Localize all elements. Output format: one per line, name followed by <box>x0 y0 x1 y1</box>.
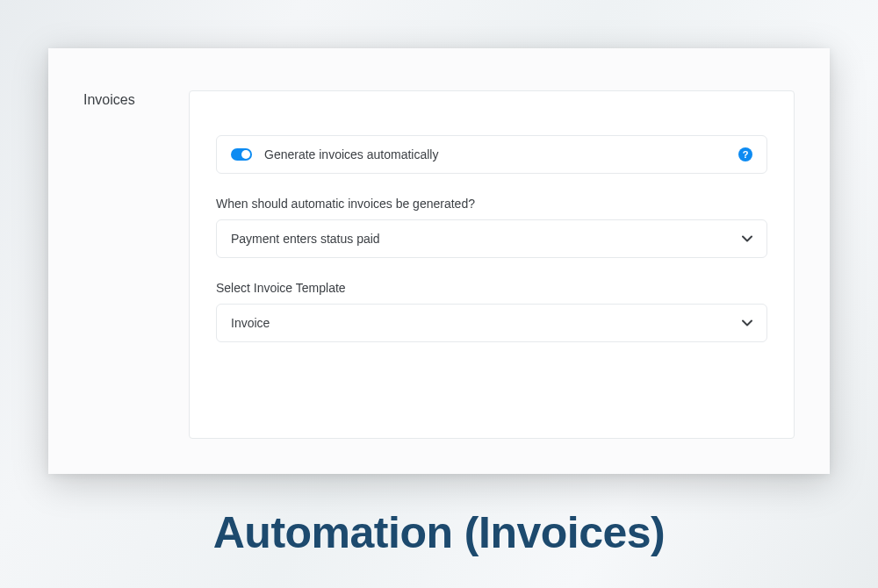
trigger-field-group: When should automatic invoices be genera… <box>216 197 767 258</box>
page-caption: Automation (Invoices) <box>213 507 666 558</box>
trigger-value: Payment enters status paid <box>231 232 380 246</box>
help-icon[interactable]: ? <box>738 147 752 161</box>
template-select[interactable]: Invoice <box>216 304 767 342</box>
trigger-select[interactable]: Payment enters status paid <box>216 219 767 258</box>
generate-invoices-label: Generate invoices automatically <box>264 147 726 161</box>
generate-invoices-row: Generate invoices automatically ? <box>216 135 767 174</box>
chevron-down-icon <box>742 235 752 242</box>
settings-panel: Invoices Generate invoices automatically… <box>48 48 830 474</box>
invoices-card: Generate invoices automatically ? When s… <box>189 90 795 439</box>
template-field-group: Select Invoice Template Invoice <box>216 281 767 342</box>
section-title: Invoices <box>83 90 171 439</box>
generate-invoices-toggle[interactable] <box>231 148 252 161</box>
trigger-label: When should automatic invoices be genera… <box>216 197 767 211</box>
template-value: Invoice <box>231 316 270 330</box>
chevron-down-icon <box>742 319 752 326</box>
template-label: Select Invoice Template <box>216 281 767 295</box>
